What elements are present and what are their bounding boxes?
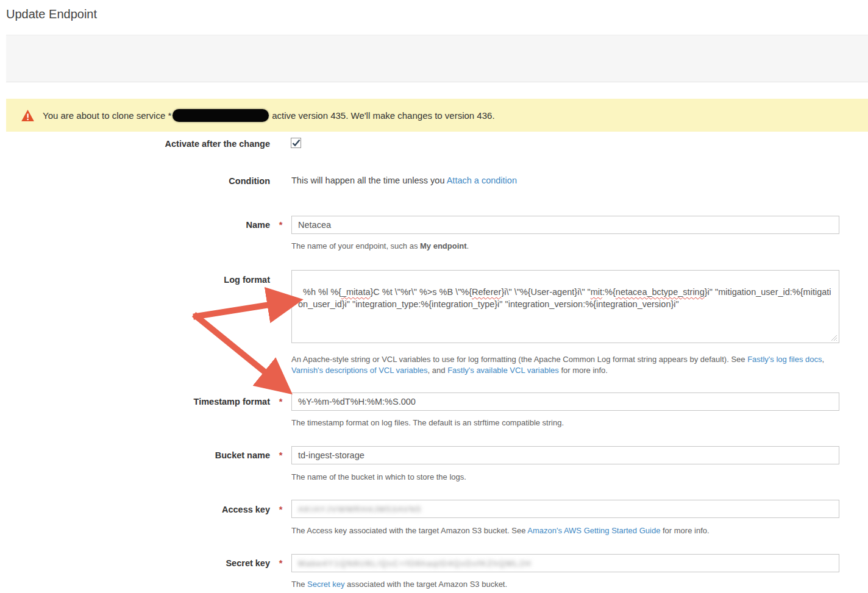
name-label: Name xyxy=(6,220,270,230)
condition-label: Condition xyxy=(6,176,270,186)
help-link[interactable]: Amazon's AWS Getting Started Guide xyxy=(527,526,660,535)
timestamp-format-input[interactable] xyxy=(291,392,839,411)
bucket-required-asterisk: * xyxy=(270,450,291,460)
access-key-label: Access key xyxy=(6,505,270,514)
secret-key-masked-value: Mabe4Y1QN6U6L/QsC+fO6haqtD4QxDvfKZhQML2H xyxy=(298,559,532,568)
access-key-input[interactable]: AKIAYJVWMRH4JM53AVN5 xyxy=(291,500,839,518)
activate-checkbox[interactable] xyxy=(291,138,301,148)
timestamp-required-asterisk: * xyxy=(270,397,291,407)
access-key-help-text: The Access key associated with the targe… xyxy=(291,525,843,536)
condition-static-text: This will happen all the time unless you xyxy=(291,176,447,185)
secret-key-input[interactable]: Mabe4Y1QN6U6L/QsC+fO6haqtD4QxDvfKZhQML2H xyxy=(291,554,839,572)
warning-banner: You are about to clone service *active v… xyxy=(6,99,868,132)
warning-triangle-icon xyxy=(21,110,34,121)
help-link[interactable]: Fastly's log files docs xyxy=(747,355,822,364)
redacted-service-name xyxy=(173,109,269,122)
condition-text: This will happen all the time unless you… xyxy=(291,176,517,185)
log-format-help-text: An Apache-style string or VCL variables … xyxy=(291,354,843,375)
secret-key-required-asterisk: * xyxy=(270,558,291,568)
access-key-required-asterisk: * xyxy=(270,505,291,514)
name-required-asterisk: * xyxy=(270,220,291,230)
redacted-header-panel xyxy=(6,35,868,82)
bucket-name-input[interactable] xyxy=(291,446,839,464)
attach-condition-link[interactable]: Attach a condition xyxy=(447,176,517,185)
timestamp-help-text: The timestamp format on log files. The d… xyxy=(291,417,843,428)
bucket-help-text: The name of the bucket in which to store… xyxy=(291,472,843,483)
name-input[interactable] xyxy=(291,216,839,234)
checkmark-icon xyxy=(292,139,301,147)
access-key-masked-value: AKIAYJVWMRH4JM53AVN5 xyxy=(298,505,422,514)
log-format-label: Log format xyxy=(6,275,270,285)
bucket-name-label: Bucket name xyxy=(6,450,270,460)
resize-grip-icon[interactable] xyxy=(831,335,838,341)
warning-text-after: active version 435. We'll make changes t… xyxy=(272,110,494,121)
activate-after-change-label: Activate after the change xyxy=(6,139,270,149)
page-title: Update Endpoint xyxy=(6,7,97,21)
secret-key-label: Secret key xyxy=(6,558,270,568)
log-format-textarea[interactable]: %h %l %{_mitata}C %t \"%r\" %>s %B \"%{R… xyxy=(291,270,839,343)
help-link[interactable]: Secret key xyxy=(307,580,344,589)
name-help-text: The name of your endpoint, such as My en… xyxy=(291,241,843,252)
secret-key-help-text: The Secret key associated with the targe… xyxy=(291,579,843,590)
help-link[interactable]: Varnish's descriptions of VCL variables xyxy=(291,366,428,375)
warning-text-before: You are about to clone service * xyxy=(43,110,171,121)
help-link[interactable]: Fastly's available VCL variables xyxy=(447,366,559,375)
timestamp-format-label: Timestamp format xyxy=(6,397,270,407)
warning-text: You are about to clone service *active v… xyxy=(43,109,495,122)
